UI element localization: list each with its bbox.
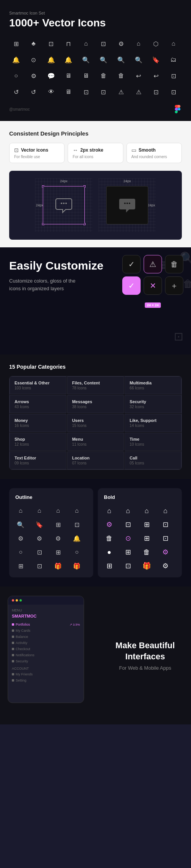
outline-icon: ○ (71, 547, 82, 557)
category-location: Location 07 Icons (67, 451, 124, 469)
outline-icon: ○ (15, 547, 26, 557)
category-money: Money 16 Icons (10, 414, 66, 432)
outline-icon: ⊞ (15, 561, 26, 571)
category-count: 12 Icons (15, 442, 62, 446)
icon-cell: ↺ (9, 85, 23, 99)
category-name: Shop (15, 437, 62, 441)
icon-cell: ⬡ (149, 37, 163, 51)
svg-point-4 (126, 203, 128, 204)
category-name: Essential & Other (15, 381, 62, 385)
bold-icon: ● (104, 547, 115, 557)
outline-icon: ⚙ (53, 533, 63, 544)
nav-dot (12, 660, 14, 662)
app-nav-portfolios[interactable]: Portfolios ↗ 3.5% (12, 621, 80, 628)
app-nav-setting[interactable]: Setting (12, 677, 80, 683)
nav-dot (12, 636, 14, 638)
category-name: Messages (72, 399, 119, 404)
nav-label: Portfolios (16, 623, 30, 626)
category-name: Time (129, 437, 176, 441)
icon-cell: 🔔 (44, 53, 58, 67)
bold-icon: ⊡ (160, 533, 171, 544)
bold-icon: ⊡ (123, 519, 133, 530)
bold-icon: ⚙ (160, 561, 171, 571)
svg-point-5 (129, 203, 130, 204)
app-topbar (8, 596, 84, 605)
app-nav-friends[interactable]: My Friends (12, 671, 80, 677)
outline-icon: ⚙ (15, 533, 26, 544)
bold-icon: ⊞ (141, 519, 152, 530)
category-count: 11 Icons (72, 442, 119, 446)
app-nav-security[interactable]: Security (12, 658, 80, 664)
category-count: 38 Icons (72, 405, 119, 409)
icon-cell: ⚙ (27, 69, 40, 83)
nav-label: My Friends (16, 672, 33, 676)
category-count: 05 Icons (129, 461, 176, 465)
app-nav-mycards[interactable]: My Cards (12, 628, 80, 634)
figma-icon (173, 105, 182, 113)
app-nav-activity[interactable]: Activitiy (12, 640, 80, 646)
icon-cell: 🔍 (132, 53, 146, 67)
window-close-dot (12, 599, 14, 602)
category-count: 43 Icons (15, 405, 62, 409)
app-nav-checkout[interactable]: Checkout (12, 646, 80, 652)
bold-icon: ⊞ (141, 533, 152, 544)
category-users: Users 15 Icons (67, 414, 124, 432)
bold-icon: ⌂ (104, 505, 115, 516)
chat-filled-icon (118, 196, 137, 215)
outline-panel: Outline ⌂ ⌂ ⌂ ⌂ 🔍 🔖 ⊞ ⊡ ⚙ ⚙ ⚙ 🔔 ○ ⊡ ⊞ ○ … (9, 488, 93, 577)
principles-cards: ⊡ Vector icons For flexible use ↔ 2px st… (9, 143, 182, 163)
svg-point-1 (63, 203, 65, 204)
icon-cell: 🗂 (167, 53, 180, 67)
icon-cell: 🗑 (97, 69, 110, 83)
customize-content: Easily Customize Customize colors, gloss… (9, 259, 182, 292)
category-like: Like, Support 14 Icons (125, 414, 181, 432)
icon-cell: ⌂ (167, 37, 180, 51)
principles-title: Consistent Design Principles (9, 130, 182, 137)
category-name: Menu (72, 437, 119, 441)
icon-cell: 🖥 (62, 85, 75, 99)
nav-dot (12, 673, 14, 675)
app-nav-balance[interactable]: Balance (12, 634, 80, 640)
category-name: Users (72, 418, 119, 423)
bold-icon: ⊞ (123, 547, 133, 557)
account-label: ACCOUNT (12, 667, 80, 670)
category-count: 14 Icons (129, 423, 176, 428)
pink-frame (43, 186, 85, 224)
blueprint-left: 24px 24px (35, 178, 92, 232)
category-count: 103 Icons (15, 386, 62, 390)
hero-section: Smartmoc Icon Set 1000+ Vector Icons ⊞ ♣… (0, 0, 191, 121)
styles-grid: Outline ⌂ ⌂ ⌂ ⌂ 🔍 🔖 ⊞ ⊡ ⚙ ⚙ ⚙ 🔔 ○ ⊡ ⊞ ○ … (9, 488, 182, 577)
category-name: Multimedia (129, 381, 176, 385)
window-minimize-dot (16, 599, 18, 602)
category-menu: Menu 11 Icons (67, 433, 124, 451)
category-arrows: Arrows 43 Icons (10, 395, 66, 413)
customize-title: Easily Customize (9, 259, 182, 273)
customize-badge: 24 × 24 (145, 302, 161, 308)
principle-card-vector: ⊡ Vector icons For flexible use (9, 143, 65, 163)
outline-icon: 🔔 (71, 533, 82, 544)
category-name: Money (15, 418, 62, 423)
corner-tr (83, 185, 86, 188)
customize-desc: Customize colors, gloss of the icons in … (9, 277, 78, 292)
bold-icon: 🎁 (141, 561, 152, 571)
icon-cell: ⚙ (114, 37, 128, 51)
category-count: 32 Icons (129, 405, 176, 409)
stroke-icon: ↔ (73, 147, 78, 153)
outline-icon: ⌂ (53, 505, 63, 516)
principle-card-top: ⊡ Vector icons (14, 147, 60, 153)
icon-cell: ↩ (132, 69, 146, 83)
nav-label: Notifications (16, 653, 34, 657)
icon-cell: 🗑 (114, 69, 128, 83)
nav-label: Balance (16, 635, 28, 639)
hero-footer: @smartmoc (9, 105, 182, 113)
icon-cell: ⊓ (62, 37, 75, 51)
app-nav-notifications[interactable]: Notifications (12, 652, 80, 658)
category-count: 66 Icons (129, 386, 176, 390)
icon-cell: 👁 (44, 85, 58, 99)
principle-desc: For flexible use (14, 155, 60, 159)
customize-section: 🔍 🖥 🗑 ⊡ Easily Customize Customize color… (0, 247, 191, 355)
blueprint-right: 24px 24px (99, 178, 156, 232)
bold-icon: ⊡ (123, 561, 133, 571)
icon-cell: 🖥 (62, 69, 75, 83)
icon-cell: 🔍 (97, 53, 110, 67)
